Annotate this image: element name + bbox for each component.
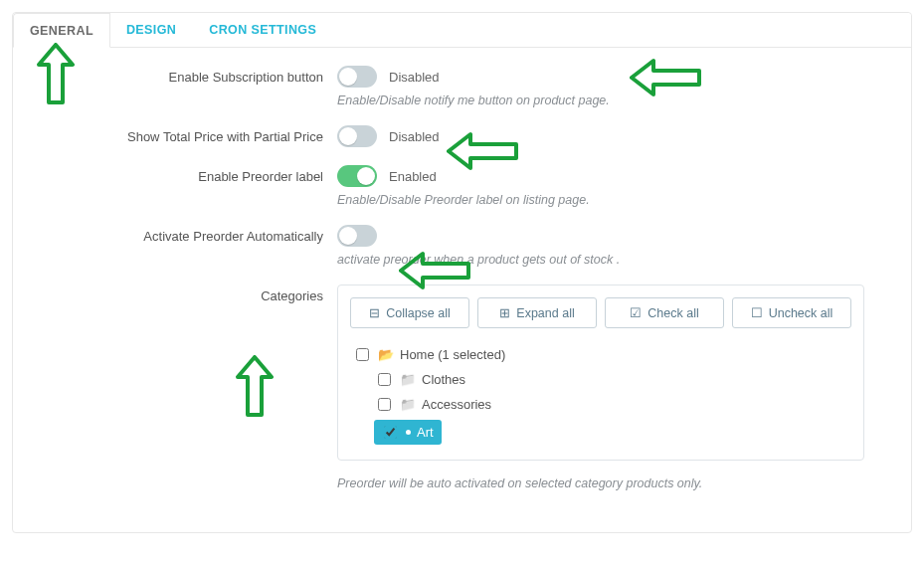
help-text: Preorder will be auto activated on selec… [337, 476, 895, 490]
tab-design[interactable]: DESIGN [110, 13, 193, 48]
folder-open-icon: 📂 [378, 348, 394, 361]
check-all-button[interactable]: ☑ Check all [605, 297, 724, 328]
uncheck-all-button[interactable]: ☐ Uncheck all [732, 297, 851, 328]
toggle-state-text: Disabled [389, 129, 440, 144]
button-label: Collapse all [386, 306, 451, 320]
collapse-icon: ⊟ [369, 305, 380, 320]
help-text: Enable/Disable notify me button on produ… [337, 94, 895, 107]
label-partial-price: Show Total Price with Partial Price [29, 125, 337, 144]
check-icon: ☑ [630, 305, 642, 320]
tab-cron-settings[interactable]: CRON SETTINGS [193, 13, 333, 48]
folder-icon: 📁 [400, 398, 416, 411]
checkbox-art[interactable] [384, 426, 397, 439]
tree-node-accessories[interactable]: 📁 Accessories [374, 392, 851, 417]
settings-panel: GENERAL DESIGN CRON SETTINGS Enable Subs… [12, 12, 912, 533]
tree-label: Clothes [422, 372, 465, 387]
help-text: activate preorder when a product gets ou… [337, 253, 895, 267]
bullet-icon [406, 430, 411, 435]
tree-label: Home (1 selected) [400, 347, 505, 362]
tree-label: Art [417, 425, 434, 440]
expand-all-button[interactable]: ⊞ Expand all [477, 297, 597, 328]
category-tree: 📂 Home (1 selected) 📁 Clothes � [350, 342, 851, 448]
tree-node-art[interactable]: Art [374, 417, 851, 448]
label-enable-subscription: Enable Subscription button [29, 66, 337, 85]
checkbox-accessories[interactable] [378, 398, 391, 411]
toggle-preorder-label[interactable] [337, 165, 377, 187]
toggle-state-text: Enabled [389, 169, 437, 184]
checkbox-clothes[interactable] [378, 373, 391, 386]
label-categories: Categories [29, 284, 337, 303]
tree-label: Accessories [422, 397, 491, 412]
button-label: Check all [647, 306, 698, 320]
help-text: Enable/Disable Preorder label on listing… [337, 193, 895, 207]
label-auto-activate: Activate Preorder Automatically [29, 225, 337, 244]
button-label: Uncheck all [769, 306, 833, 320]
button-label: Expand all [516, 306, 574, 320]
toggle-partial-price[interactable] [337, 125, 377, 147]
uncheck-icon: ☐ [751, 305, 763, 320]
tree-node-clothes[interactable]: 📁 Clothes [374, 367, 851, 392]
tab-bar: GENERAL DESIGN CRON SETTINGS [13, 13, 911, 48]
checkbox-home[interactable] [356, 348, 369, 361]
label-preorder-label: Enable Preorder label [29, 165, 337, 184]
tree-node-home[interactable]: 📂 Home (1 selected) [352, 342, 851, 367]
expand-icon: ⊞ [499, 305, 510, 320]
toggle-auto-activate[interactable] [337, 225, 377, 247]
toggle-state-text: Disabled [389, 70, 440, 85]
toggle-enable-subscription[interactable] [337, 66, 377, 88]
collapse-all-button[interactable]: ⊟ Collapse all [350, 297, 469, 328]
folder-icon: 📁 [400, 373, 416, 386]
tab-general[interactable]: GENERAL [13, 13, 110, 48]
category-tree-box: ⊟ Collapse all ⊞ Expand all ☑ Check all [337, 284, 864, 461]
